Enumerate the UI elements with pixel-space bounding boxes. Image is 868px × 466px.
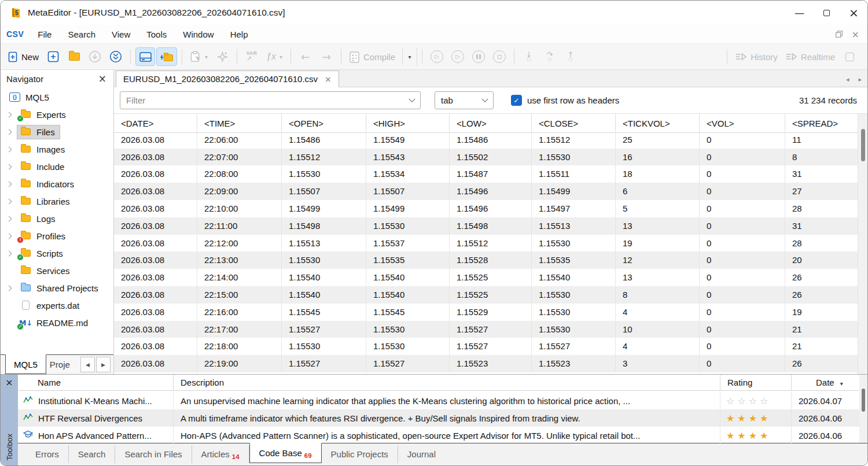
next-tab-button[interactable]: ▶ bbox=[96, 357, 111, 372]
tree-root-mql5[interactable]: {}MQL5 bbox=[1, 88, 113, 106]
close-button[interactable]: × bbox=[840, 1, 867, 25]
filter-combobox[interactable] bbox=[120, 91, 421, 109]
chevron-right-icon[interactable] bbox=[6, 285, 12, 291]
tree-item-include[interactable]: Include bbox=[1, 158, 113, 175]
chevron-right-icon[interactable] bbox=[6, 129, 12, 135]
scrollbar-thumb[interactable] bbox=[862, 389, 865, 412]
chevron-right-icon[interactable] bbox=[6, 164, 12, 169]
tree-item-scripts[interactable]: ✓Scripts bbox=[1, 245, 113, 262]
realtime-button[interactable]: Realtime bbox=[782, 47, 838, 66]
navigate-back-button[interactable]: ← bbox=[296, 47, 315, 66]
tree-item-logs[interactable]: Logs bbox=[1, 210, 113, 227]
codebase-row-rating[interactable]: ★★★★ bbox=[720, 427, 792, 444]
column-header-low[interactable]: <LOW> bbox=[450, 114, 532, 133]
first-row-headers-checkbox[interactable]: ✓ bbox=[511, 95, 522, 106]
prev-tab-button[interactable]: ◀ bbox=[80, 357, 95, 372]
tree-item-services[interactable]: Services bbox=[1, 262, 113, 279]
column-header-open[interactable]: <OPEN> bbox=[282, 114, 366, 133]
compile-dropdown-button[interactable]: ▾ bbox=[402, 48, 417, 65]
navigate-forward-button[interactable]: → bbox=[317, 47, 336, 66]
new-file-button[interactable]: New bbox=[4, 47, 42, 66]
download-all-button[interactable] bbox=[106, 47, 126, 66]
chevron-right-icon[interactable] bbox=[6, 216, 12, 221]
chevron-right-icon[interactable] bbox=[6, 250, 12, 256]
bottom-tab-articles[interactable]: Articles14 bbox=[192, 445, 249, 463]
history-button[interactable]: History bbox=[732, 47, 781, 66]
menu-item-help[interactable]: Help bbox=[222, 29, 256, 39]
tree-item-profiles[interactable]: !Profiles bbox=[1, 227, 113, 245]
menu-item-window[interactable]: Window bbox=[175, 29, 222, 39]
column-header-spread[interactable]: <SPREAD> bbox=[785, 114, 858, 133]
panel-square-button[interactable] bbox=[840, 47, 859, 66]
new-item-button[interactable] bbox=[43, 47, 63, 66]
debug-realtime-button[interactable]: ▷ bbox=[448, 47, 468, 66]
column-header-close[interactable]: <CLOSE> bbox=[532, 114, 616, 133]
restore-document-button[interactable] bbox=[836, 29, 843, 39]
save-button[interactable] bbox=[85, 47, 105, 66]
chevron-right-icon[interactable] bbox=[6, 181, 12, 187]
minimize-button[interactable]: — bbox=[786, 1, 813, 25]
open-file-button[interactable] bbox=[64, 47, 84, 66]
navigator-tab-proje[interactable]: Proje bbox=[46, 355, 72, 374]
close-document-button[interactable]: × bbox=[852, 29, 859, 40]
bottom-tab-search[interactable]: Search bbox=[69, 445, 116, 463]
step-into-button[interactable]: ↓○ bbox=[519, 47, 539, 66]
bottom-tab-errors[interactable]: Errors bbox=[26, 445, 69, 463]
tree-item-images[interactable]: Images bbox=[1, 140, 113, 158]
pause-button[interactable] bbox=[469, 47, 488, 66]
codebase-row-name[interactable]: HTF Reversal Divergences bbox=[18, 409, 174, 427]
ai-assistant-button[interactable] bbox=[212, 47, 232, 66]
tree-item-files[interactable]: Files bbox=[1, 123, 113, 140]
bottom-tab-code-base[interactable]: Code Base69 bbox=[249, 443, 322, 463]
menu-item-file[interactable]: File bbox=[30, 29, 60, 39]
bottom-tab-journal[interactable]: Journal bbox=[398, 445, 445, 463]
debug-history-button[interactable]: ▷ bbox=[427, 47, 447, 66]
tree-item-experts[interactable]: ✓Experts bbox=[1, 106, 113, 123]
chevron-right-icon[interactable] bbox=[6, 112, 12, 117]
toolbox-vertical-scrollbar[interactable] bbox=[859, 375, 867, 443]
delimiter-select[interactable]: tab bbox=[435, 91, 494, 109]
bottom-tab-public-projects[interactable]: Public Projects bbox=[322, 445, 398, 463]
codebase-row-rating[interactable]: ☆☆☆☆ bbox=[720, 392, 792, 409]
column-header-tickvol[interactable]: <TICKVOL> bbox=[616, 114, 700, 133]
menu-item-search[interactable]: Search bbox=[60, 29, 104, 39]
chevron-right-icon[interactable] bbox=[6, 198, 12, 204]
toolbox-column-header-date[interactable]: Date▾ bbox=[792, 375, 859, 391]
tree-item-indicators[interactable]: Indicators bbox=[1, 175, 113, 193]
compile-button[interactable]: Compile bbox=[346, 47, 399, 66]
document-tab[interactable]: EURUSD_M1_202603082206_202604071610.csv … bbox=[116, 71, 339, 87]
chevron-right-icon[interactable] bbox=[6, 233, 12, 239]
vertical-scrollbar[interactable] bbox=[858, 114, 867, 374]
codebase-row-name[interactable]: Institutional K-Means Machi... bbox=[18, 392, 174, 409]
chevron-right-icon[interactable] bbox=[6, 146, 12, 152]
tree-item-experts-dat[interactable]: experts.dat bbox=[1, 297, 113, 314]
stop-button[interactable] bbox=[490, 47, 509, 66]
step-out-button[interactable]: ↑○ bbox=[561, 47, 580, 66]
toolbox-column-header-rating[interactable]: Rating bbox=[720, 375, 792, 391]
tree-item-readme-md[interactable]: M↓✓README.md bbox=[1, 314, 113, 331]
tab-close-icon[interactable]: × bbox=[325, 75, 332, 84]
menu-item-view[interactable]: View bbox=[104, 29, 138, 39]
navigator-tab-mql5[interactable]: MQL5 bbox=[5, 354, 46, 374]
scrollbar-thumb[interactable] bbox=[861, 129, 865, 161]
step-over-button[interactable]: ↷○ bbox=[540, 47, 560, 66]
bottom-tab-search-in-files[interactable]: Search in Files bbox=[115, 445, 192, 463]
column-header-high[interactable]: <HIGH> bbox=[366, 114, 450, 133]
toolbox-close-icon[interactable]: × bbox=[5, 377, 13, 388]
tab-scroll-right-button[interactable]: ▸ bbox=[858, 76, 862, 83]
column-header-date[interactable]: <DATE> bbox=[114, 114, 197, 133]
toggle-navigator-button[interactable] bbox=[135, 47, 155, 66]
column-header-time[interactable]: <TIME> bbox=[197, 114, 282, 133]
variables-button[interactable]: VAR ↗ bbox=[242, 47, 262, 66]
tree-item-libraries[interactable]: Libraries bbox=[1, 193, 113, 210]
tab-scroll-left-button[interactable]: ◂ bbox=[846, 76, 849, 83]
toggle-toolbox-button[interactable] bbox=[156, 47, 177, 66]
menu-item-tools[interactable]: Tools bbox=[138, 29, 175, 39]
insert-function-button[interactable]: ƒx ▾ bbox=[263, 47, 286, 66]
codebase-row-rating[interactable]: ★★★★ bbox=[720, 409, 792, 427]
maximize-button[interactable] bbox=[813, 1, 840, 25]
toolbox-column-header-name[interactable]: Name bbox=[18, 375, 174, 391]
column-header-vol[interactable]: <VOL> bbox=[700, 114, 785, 133]
filter-input[interactable] bbox=[126, 95, 410, 105]
codebase-row-name[interactable]: Hon APS Advanced Pattern... bbox=[18, 427, 174, 444]
